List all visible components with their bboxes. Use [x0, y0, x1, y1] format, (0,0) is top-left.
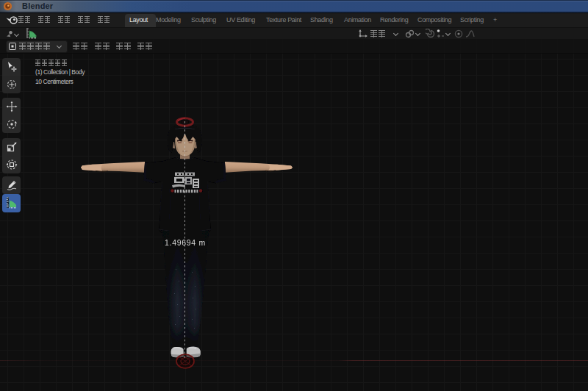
- svg-text:1.49694 m: 1.49694 m: [165, 238, 206, 247]
